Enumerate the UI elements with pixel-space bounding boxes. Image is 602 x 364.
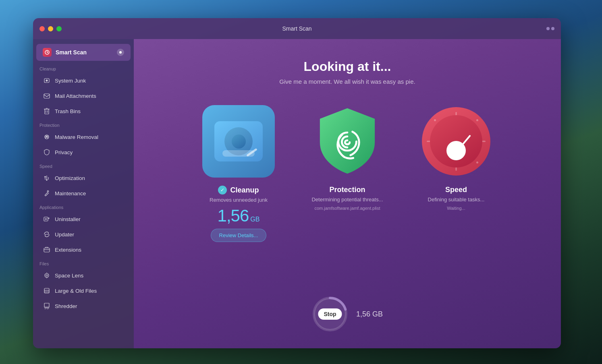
cleanup-check-icon: ✓ <box>218 186 227 194</box>
uninstaller-icon <box>43 215 51 223</box>
protection-scan-item: com.jamfsoftware.jamf.agent.plist <box>314 206 380 211</box>
sidebar-item-mail-attachments[interactable]: Mail Attachments <box>36 89 131 103</box>
dot-tr <box>476 119 478 121</box>
cleanup-illustration <box>202 105 275 178</box>
privacy-icon <box>43 148 51 156</box>
close-button[interactable] <box>39 26 45 31</box>
speedo-center-dot <box>446 141 466 160</box>
section-applications: Applications <box>33 201 134 211</box>
main-content: Smart Scan Cleanup System Junk <box>33 39 561 348</box>
speed-subtitle: Defining suitable tasks... <box>428 196 485 203</box>
cleanup-size-unit: GB <box>250 216 259 223</box>
sidebar-item-malware-removal[interactable]: Malware Removal <box>36 130 131 144</box>
optimization-icon <box>43 174 51 182</box>
space-lens-label: Space Lens <box>55 273 83 279</box>
main-subtitle: Give me a moment. We all wish it was eas… <box>279 78 415 85</box>
cleanup-title: Cleanup <box>230 186 259 194</box>
speed-title: Speed <box>445 186 467 194</box>
large-files-icon <box>43 287 51 295</box>
minimize-button[interactable] <box>48 26 53 31</box>
titlebar: Smart Scan <box>33 18 561 39</box>
fullscreen-button[interactable] <box>56 26 62 31</box>
cleanup-card: ✓ Cleanup Removes unneeded junk 1,56 GB … <box>190 105 287 242</box>
section-cleanup: Cleanup <box>33 62 134 73</box>
speed-illustration <box>420 105 492 178</box>
review-details-button[interactable]: Review Details... <box>211 229 267 242</box>
bottom-bar: Stop 1,56 GB <box>312 296 383 332</box>
trash-bins-label: Trash Bins <box>55 108 81 114</box>
hdd-body <box>214 121 263 161</box>
dot-br <box>476 161 478 163</box>
progress-ring-container: Stop <box>312 296 348 332</box>
space-lens-icon <box>43 271 51 279</box>
sidebar-item-trash-bins[interactable]: Trash Bins <box>36 104 131 118</box>
sidebar-item-updater[interactable]: Updater <box>36 227 131 242</box>
privacy-label: Privacy <box>55 149 73 155</box>
shredder-label: Shredder <box>55 303 77 309</box>
malware-removal-label: Malware Removal <box>55 134 98 140</box>
speedometer <box>422 107 490 176</box>
svg-point-15 <box>46 275 48 276</box>
more-options-button[interactable] <box>546 27 554 30</box>
sidebar-item-large-old-files[interactable]: Large & Old Files <box>36 283 131 298</box>
uninstaller-label: Uninstaller <box>55 216 81 222</box>
sidebar-item-shredder[interactable]: Shredder <box>36 299 131 313</box>
svg-rect-4 <box>44 94 50 98</box>
svg-rect-18 <box>44 288 49 293</box>
sidebar-item-optimization[interactable]: Optimization <box>36 171 131 185</box>
sidebar-item-uninstaller[interactable]: Uninstaller <box>36 212 131 226</box>
system-junk-label: System Junk <box>55 78 86 84</box>
mail-attachments-label: Mail Attachments <box>55 93 96 99</box>
shredder-icon <box>43 302 51 310</box>
svg-line-26 <box>48 308 49 309</box>
protection-illustration <box>311 105 384 178</box>
mail-icon <box>43 92 51 100</box>
sidebar-item-space-lens[interactable]: Space Lens <box>36 268 131 283</box>
system-junk-icon <box>43 77 51 85</box>
traffic-lights <box>39 26 62 31</box>
speed-scan-item: Waiting... <box>447 206 465 211</box>
shield-svg <box>313 105 382 178</box>
speedometer-inner <box>430 115 482 168</box>
svg-point-1 <box>119 51 122 54</box>
svg-point-14 <box>45 273 49 277</box>
extensions-label: Extensions <box>55 247 81 253</box>
stop-button[interactable]: Stop <box>318 308 342 320</box>
sidebar-item-extensions[interactable]: Extensions <box>36 242 131 257</box>
app-window: Smart Scan Smart Scan <box>33 18 561 348</box>
cleanup-size: 1,56 <box>218 206 249 225</box>
large-old-files-label: Large & Old Files <box>55 288 97 294</box>
protection-subtitle: Determining potential threats... <box>311 196 383 203</box>
section-speed: Speed <box>33 160 134 170</box>
sidebar-item-maintenance[interactable]: Maintenance <box>36 186 131 201</box>
smart-scan-label: Smart Scan <box>56 49 87 56</box>
protection-title-row: Protection <box>329 186 365 194</box>
trash-icon <box>43 107 51 115</box>
dot-icon <box>551 27 554 30</box>
sidebar-item-privacy[interactable]: Privacy <box>36 145 131 159</box>
svg-point-3 <box>46 80 48 82</box>
extensions-icon <box>43 246 51 254</box>
window-title: Smart Scan <box>282 25 311 32</box>
speed-title-row: Speed <box>445 186 467 194</box>
section-protection: Protection <box>33 119 134 129</box>
protection-card: Protection Determining potential threats… <box>299 105 396 242</box>
cleanup-size-row: 1,56 GB <box>218 206 260 225</box>
optimization-label: Optimization <box>55 175 85 181</box>
sidebar: Smart Scan Cleanup System Junk <box>33 39 134 348</box>
smart-scan-badge <box>117 49 124 56</box>
dot-tl <box>434 119 436 121</box>
protection-title: Protection <box>329 186 365 194</box>
main-title: Looking at it... <box>304 59 391 74</box>
smart-scan-icon <box>43 48 52 57</box>
svg-rect-12 <box>44 248 50 252</box>
dot-icon <box>546 27 550 30</box>
speed-card: Speed Defining suitable tasks... Waiting… <box>408 105 504 242</box>
cleanup-subtitle: Removes unneeded junk <box>210 197 268 203</box>
maintenance-label: Maintenance <box>55 190 86 196</box>
sidebar-item-smart-scan[interactable]: Smart Scan <box>36 44 131 61</box>
svg-rect-21 <box>44 303 49 307</box>
sidebar-item-system-junk[interactable]: System Junk <box>36 73 131 88</box>
updater-label: Updater <box>55 232 74 238</box>
bottom-size: 1,56 GB <box>356 310 383 318</box>
